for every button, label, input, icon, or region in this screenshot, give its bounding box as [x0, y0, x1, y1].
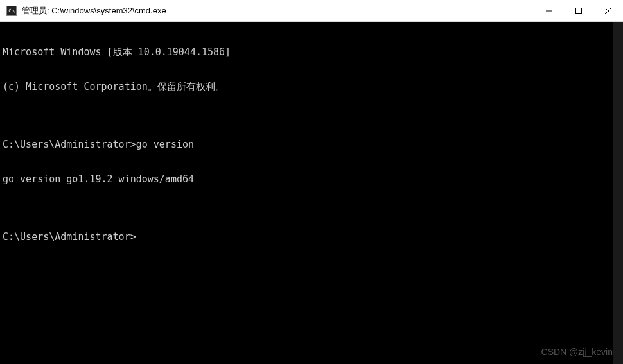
- terminal-prompt-line: C:\Users\Administrator>go version: [3, 139, 620, 150]
- terminal-banner-line: Microsoft Windows [版本 10.0.19044.1586]: [3, 46, 620, 58]
- maximize-icon: [575, 8, 582, 14]
- terminal-copyright-line: (c) Microsoft Corporation。保留所有权利。: [3, 81, 620, 92]
- terminal-cursor: [136, 231, 141, 241]
- close-button[interactable]: [593, 0, 623, 21]
- terminal-command: go version: [136, 139, 194, 150]
- window-controls: [534, 0, 623, 21]
- close-icon: [605, 8, 611, 14]
- svg-rect-1: [576, 8, 582, 13]
- minimize-button[interactable]: [534, 0, 564, 21]
- window-title: 管理员: C:\windows\system32\cmd.exe: [22, 5, 166, 17]
- terminal-prompt-line: C:\Users\Administrator>: [3, 231, 620, 243]
- scrollbar[interactable]: [613, 22, 623, 364]
- terminal-prompt: C:\Users\Administrator>: [3, 139, 136, 150]
- cmd-icon: C:\: [6, 6, 17, 16]
- titlebar-left: C:\ 管理员: C:\windows\system32\cmd.exe: [0, 5, 534, 17]
- cmd-window: C:\ 管理员: C:\windows\system32\cmd.exe: [0, 0, 623, 364]
- titlebar[interactable]: C:\ 管理员: C:\windows\system32\cmd.exe: [0, 0, 623, 22]
- maximize-button[interactable]: [564, 0, 593, 21]
- watermark: CSDN @zjj_kevin: [541, 346, 613, 358]
- terminal-prompt: C:\Users\Administrator>: [3, 231, 136, 243]
- minimize-icon: [546, 8, 552, 14]
- terminal-output-line: go version go1.19.2 windows/amd64: [3, 173, 620, 185]
- terminal-body[interactable]: Microsoft Windows [版本 10.0.19044.1586] (…: [0, 22, 623, 364]
